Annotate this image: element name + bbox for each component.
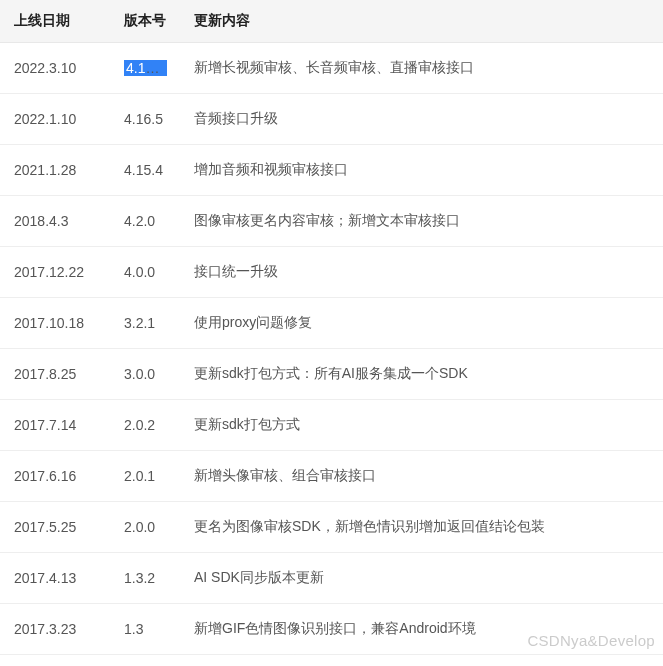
table-row: 2017.3.231.3新增GIF色情图像识别接口，兼容Android环境 xyxy=(0,604,663,655)
cell-date: 2017.4.13 xyxy=(0,553,110,604)
cell-content: 更新sdk打包方式：所有AI服务集成一个SDK xyxy=(180,349,663,400)
cell-date: 2022.3.10 xyxy=(0,43,110,94)
header-version: 版本号 xyxy=(110,0,180,43)
cell-version: 4.16.6 xyxy=(110,43,180,94)
cell-date: 2017.8.25 xyxy=(0,349,110,400)
table-row: 2017.10.183.2.1使用proxy问题修复 xyxy=(0,298,663,349)
table-row: 2017.8.253.0.0更新sdk打包方式：所有AI服务集成一个SDK xyxy=(0,349,663,400)
table-row: 2021.1.284.15.4增加音频和视频审核接口 xyxy=(0,145,663,196)
version-highlight: 4.16.6 xyxy=(124,60,167,76)
cell-date: 2017.3.23 xyxy=(0,604,110,655)
table-row: 2017.12.224.0.0接口统一升级 xyxy=(0,247,663,298)
cell-date: 2017.5.25 xyxy=(0,502,110,553)
cell-content: 增加音频和视频审核接口 xyxy=(180,145,663,196)
cell-version: 2.0.0 xyxy=(110,502,180,553)
cell-version: 4.15.4 xyxy=(110,145,180,196)
cell-date: 2018.4.3 xyxy=(0,196,110,247)
cell-content: 新增长视频审核、长音频审核、直播审核接口 xyxy=(180,43,663,94)
cell-version: 2.0.1 xyxy=(110,451,180,502)
cell-date: 2017.7.14 xyxy=(0,400,110,451)
cell-content: 使用proxy问题修复 xyxy=(180,298,663,349)
cell-date: 2017.10.18 xyxy=(0,298,110,349)
cell-version: 1.3 xyxy=(110,604,180,655)
table-row: 2017.4.131.3.2AI SDK同步版本更新 xyxy=(0,553,663,604)
table-row: 2022.3.104.16.6新增长视频审核、长音频审核、直播审核接口 xyxy=(0,43,663,94)
cell-content: 音频接口升级 xyxy=(180,94,663,145)
table-row: 2017.7.142.0.2更新sdk打包方式 xyxy=(0,400,663,451)
cell-version: 4.0.0 xyxy=(110,247,180,298)
cell-date: 2017.12.22 xyxy=(0,247,110,298)
table-row: 2018.4.34.2.0图像审核更名内容审核；新增文本审核接口 xyxy=(0,196,663,247)
cell-content: 更新sdk打包方式 xyxy=(180,400,663,451)
header-content: 更新内容 xyxy=(180,0,663,43)
cell-content: 新增头像审核、组合审核接口 xyxy=(180,451,663,502)
cell-version: 4.2.0 xyxy=(110,196,180,247)
cell-version: 4.16.5 xyxy=(110,94,180,145)
cell-content: AI SDK同步版本更新 xyxy=(180,553,663,604)
cell-version: 2.0.2 xyxy=(110,400,180,451)
cell-content: 接口统一升级 xyxy=(180,247,663,298)
cell-version: 1.3.2 xyxy=(110,553,180,604)
cell-content: 图像审核更名内容审核；新增文本审核接口 xyxy=(180,196,663,247)
cell-content: 新增GIF色情图像识别接口，兼容Android环境 xyxy=(180,604,663,655)
table-header-row: 上线日期 版本号 更新内容 xyxy=(0,0,663,43)
header-date: 上线日期 xyxy=(0,0,110,43)
table-row: 2022.1.104.16.5音频接口升级 xyxy=(0,94,663,145)
cell-version: 3.2.1 xyxy=(110,298,180,349)
cell-date: 2017.6.16 xyxy=(0,451,110,502)
cell-content: 更名为图像审核SDK，新增色情识别增加返回值结论包装 xyxy=(180,502,663,553)
cell-date: 2021.1.28 xyxy=(0,145,110,196)
cell-version: 3.0.0 xyxy=(110,349,180,400)
table-row: 2017.5.252.0.0更名为图像审核SDK，新增色情识别增加返回值结论包装 xyxy=(0,502,663,553)
table-row: 2017.6.162.0.1新增头像审核、组合审核接口 xyxy=(0,451,663,502)
changelog-table: 上线日期 版本号 更新内容 2022.3.104.16.6新增长视频审核、长音频… xyxy=(0,0,663,655)
cell-date: 2022.1.10 xyxy=(0,94,110,145)
